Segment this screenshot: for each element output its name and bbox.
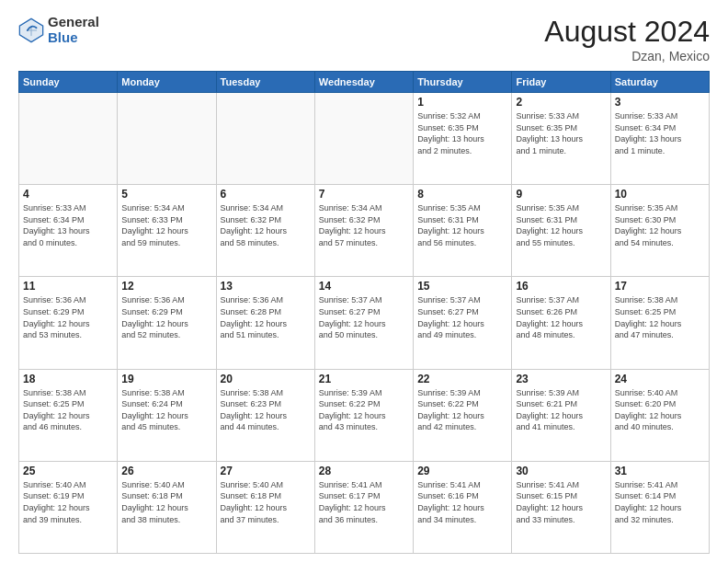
table-row: 30Sunrise: 5:41 AM Sunset: 6:15 PM Dayli… — [512, 461, 610, 553]
calendar-week-row: 4Sunrise: 5:33 AM Sunset: 6:34 PM Daylig… — [19, 185, 710, 277]
title-block: August 2024 Dzan, Mexico — [544, 15, 710, 63]
header: General Blue August 2024 Dzan, Mexico — [18, 15, 710, 63]
day-info: Sunrise: 5:41 AM Sunset: 6:14 PM Dayligh… — [615, 479, 705, 525]
day-info: Sunrise: 5:39 AM Sunset: 6:22 PM Dayligh… — [319, 387, 409, 433]
calendar-header-row: Sunday Monday Tuesday Wednesday Thursday… — [19, 72, 710, 93]
table-row: 29Sunrise: 5:41 AM Sunset: 6:16 PM Dayli… — [414, 461, 512, 553]
logo: General Blue — [18, 15, 99, 45]
day-number: 24 — [615, 373, 705, 385]
day-number: 30 — [516, 465, 606, 477]
col-wednesday: Wednesday — [314, 72, 413, 93]
day-info: Sunrise: 5:38 AM Sunset: 6:25 PM Dayligh… — [23, 387, 113, 433]
table-row: 7Sunrise: 5:34 AM Sunset: 6:32 PM Daylig… — [314, 185, 413, 277]
col-saturday: Saturday — [610, 72, 709, 93]
day-number: 4 — [23, 188, 113, 201]
day-number: 1 — [417, 96, 507, 109]
day-number: 22 — [417, 373, 507, 385]
table-row: 26Sunrise: 5:40 AM Sunset: 6:18 PM Dayli… — [118, 461, 216, 553]
col-sunday: Sunday — [19, 72, 118, 93]
table-row: 28Sunrise: 5:41 AM Sunset: 6:17 PM Dayli… — [314, 461, 413, 553]
day-number: 19 — [121, 373, 211, 385]
logo-blue-text: Blue — [48, 30, 99, 46]
table-row: 25Sunrise: 5:40 AM Sunset: 6:19 PM Dayli… — [19, 461, 118, 553]
day-info: Sunrise: 5:32 AM Sunset: 6:35 PM Dayligh… — [417, 110, 507, 156]
day-number: 27 — [221, 465, 311, 477]
day-info: Sunrise: 5:38 AM Sunset: 6:24 PM Dayligh… — [121, 387, 211, 433]
day-number: 10 — [615, 188, 705, 201]
calendar-table: Sunday Monday Tuesday Wednesday Thursday… — [18, 71, 710, 554]
table-row: 4Sunrise: 5:33 AM Sunset: 6:34 PM Daylig… — [19, 185, 118, 277]
table-row — [118, 93, 216, 185]
day-number: 6 — [221, 188, 311, 201]
day-number: 23 — [516, 373, 606, 385]
day-info: Sunrise: 5:33 AM Sunset: 6:35 PM Dayligh… — [516, 110, 606, 156]
table-row: 31Sunrise: 5:41 AM Sunset: 6:14 PM Dayli… — [610, 461, 709, 553]
table-row: 27Sunrise: 5:40 AM Sunset: 6:18 PM Dayli… — [216, 461, 314, 553]
day-info: Sunrise: 5:35 AM Sunset: 6:31 PM Dayligh… — [516, 202, 606, 248]
day-info: Sunrise: 5:34 AM Sunset: 6:32 PM Dayligh… — [221, 202, 311, 248]
day-number: 26 — [121, 465, 211, 477]
calendar-week-row: 11Sunrise: 5:36 AM Sunset: 6:29 PM Dayli… — [19, 277, 710, 369]
table-row: 3Sunrise: 5:33 AM Sunset: 6:34 PM Daylig… — [610, 93, 709, 185]
day-info: Sunrise: 5:37 AM Sunset: 6:27 PM Dayligh… — [319, 294, 409, 340]
day-info: Sunrise: 5:36 AM Sunset: 6:29 PM Dayligh… — [23, 294, 113, 340]
day-number: 25 — [23, 465, 113, 477]
day-info: Sunrise: 5:40 AM Sunset: 6:18 PM Dayligh… — [121, 479, 211, 525]
calendar-week-row: 25Sunrise: 5:40 AM Sunset: 6:19 PM Dayli… — [19, 461, 710, 553]
day-info: Sunrise: 5:40 AM Sunset: 6:18 PM Dayligh… — [221, 479, 311, 525]
table-row: 15Sunrise: 5:37 AM Sunset: 6:27 PM Dayli… — [414, 277, 512, 369]
month-year: August 2024 — [544, 15, 710, 49]
day-info: Sunrise: 5:38 AM Sunset: 6:25 PM Dayligh… — [615, 294, 705, 340]
day-info: Sunrise: 5:36 AM Sunset: 6:28 PM Dayligh… — [221, 294, 311, 340]
day-number: 12 — [121, 280, 211, 293]
logo-icon — [18, 17, 44, 43]
location: Dzan, Mexico — [544, 49, 710, 63]
day-number: 8 — [417, 188, 507, 201]
table-row: 5Sunrise: 5:34 AM Sunset: 6:33 PM Daylig… — [118, 185, 216, 277]
table-row: 17Sunrise: 5:38 AM Sunset: 6:25 PM Dayli… — [610, 277, 709, 369]
day-info: Sunrise: 5:40 AM Sunset: 6:20 PM Dayligh… — [615, 387, 705, 433]
day-info: Sunrise: 5:34 AM Sunset: 6:32 PM Dayligh… — [319, 202, 409, 248]
calendar-week-row: 1Sunrise: 5:32 AM Sunset: 6:35 PM Daylig… — [19, 93, 710, 185]
table-row: 22Sunrise: 5:39 AM Sunset: 6:22 PM Dayli… — [414, 369, 512, 461]
table-row: 23Sunrise: 5:39 AM Sunset: 6:21 PM Dayli… — [512, 369, 610, 461]
day-info: Sunrise: 5:41 AM Sunset: 6:17 PM Dayligh… — [319, 479, 409, 525]
day-number: 20 — [221, 373, 311, 385]
col-thursday: Thursday — [414, 72, 512, 93]
day-number: 13 — [221, 280, 311, 293]
logo-text: General Blue — [48, 15, 99, 45]
day-info: Sunrise: 5:36 AM Sunset: 6:29 PM Dayligh… — [121, 294, 211, 340]
day-number: 18 — [23, 373, 113, 385]
day-number: 5 — [121, 188, 211, 201]
table-row: 6Sunrise: 5:34 AM Sunset: 6:32 PM Daylig… — [216, 185, 314, 277]
page: General Blue August 2024 Dzan, Mexico Su… — [0, 0, 728, 563]
table-row — [19, 93, 118, 185]
logo-general-text: General — [48, 15, 99, 30]
table-row: 14Sunrise: 5:37 AM Sunset: 6:27 PM Dayli… — [314, 277, 413, 369]
day-info: Sunrise: 5:39 AM Sunset: 6:22 PM Dayligh… — [417, 387, 507, 433]
day-info: Sunrise: 5:41 AM Sunset: 6:15 PM Dayligh… — [516, 479, 606, 525]
table-row: 16Sunrise: 5:37 AM Sunset: 6:26 PM Dayli… — [512, 277, 610, 369]
table-row: 18Sunrise: 5:38 AM Sunset: 6:25 PM Dayli… — [19, 369, 118, 461]
day-number: 31 — [615, 465, 705, 477]
day-number: 21 — [319, 373, 409, 385]
table-row: 9Sunrise: 5:35 AM Sunset: 6:31 PM Daylig… — [512, 185, 610, 277]
day-info: Sunrise: 5:41 AM Sunset: 6:16 PM Dayligh… — [417, 479, 507, 525]
table-row — [216, 93, 314, 185]
table-row: 13Sunrise: 5:36 AM Sunset: 6:28 PM Dayli… — [216, 277, 314, 369]
table-row: 24Sunrise: 5:40 AM Sunset: 6:20 PM Dayli… — [610, 369, 709, 461]
day-number: 17 — [615, 280, 705, 293]
day-info: Sunrise: 5:33 AM Sunset: 6:34 PM Dayligh… — [23, 202, 113, 248]
table-row: 10Sunrise: 5:35 AM Sunset: 6:30 PM Dayli… — [610, 185, 709, 277]
table-row — [314, 93, 413, 185]
col-friday: Friday — [512, 72, 610, 93]
day-number: 9 — [516, 188, 606, 201]
day-number: 11 — [23, 280, 113, 293]
day-info: Sunrise: 5:40 AM Sunset: 6:19 PM Dayligh… — [23, 479, 113, 525]
day-number: 29 — [417, 465, 507, 477]
day-number: 28 — [319, 465, 409, 477]
day-number: 14 — [319, 280, 409, 293]
table-row: 1Sunrise: 5:32 AM Sunset: 6:35 PM Daylig… — [414, 93, 512, 185]
table-row: 21Sunrise: 5:39 AM Sunset: 6:22 PM Dayli… — [314, 369, 413, 461]
table-row: 19Sunrise: 5:38 AM Sunset: 6:24 PM Dayli… — [118, 369, 216, 461]
